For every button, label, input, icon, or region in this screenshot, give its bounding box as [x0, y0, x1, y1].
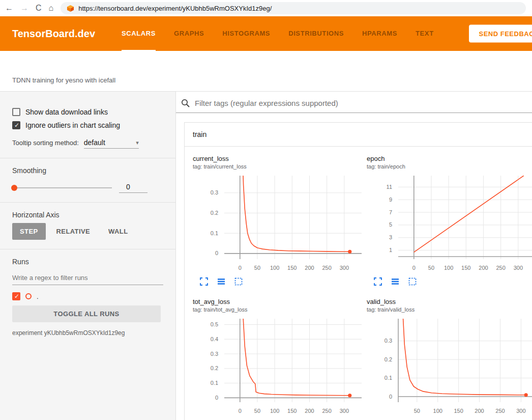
chart-actions: [193, 274, 361, 286]
toggle-all-runs-button[interactable]: TOGGLE ALL RUNS: [12, 305, 161, 322]
svg-text:50: 50: [414, 408, 420, 414]
tooltip-sorting-select[interactable]: default ▾: [84, 138, 139, 149]
svg-text:7: 7: [389, 209, 392, 215]
svg-text:0.3: 0.3: [211, 351, 218, 357]
nav-tabs: SCALARS GRAPHS HISTOGRAMS DISTRIBUTIONS …: [122, 16, 434, 51]
svg-text:100: 100: [433, 408, 442, 414]
scalars-main-panel: train current_loss tag: train/current_lo…: [176, 92, 532, 420]
series-list-icon[interactable]: [391, 277, 399, 286]
tag-filter-row: [176, 92, 532, 113]
horizontal-axis-section: Horizontal Axis STEP RELATIVE WALL: [0, 203, 175, 249]
expand-chart-icon[interactable]: [200, 277, 208, 286]
svg-text:0: 0: [239, 265, 242, 271]
runs-filter-input[interactable]: [12, 271, 163, 285]
smoothing-value[interactable]: 0: [119, 183, 147, 193]
chart-tag: tag: train/epoch: [367, 163, 532, 170]
brand-title: TensorBoard.dev: [12, 28, 95, 40]
chart-title: epoch: [367, 155, 532, 162]
svg-text:0: 0: [239, 408, 242, 414]
svg-text:250: 250: [322, 408, 331, 414]
svg-text:250: 250: [322, 265, 331, 271]
chart-title: valid_loss: [367, 298, 532, 305]
svg-text:0.2: 0.2: [211, 365, 218, 371]
address-bar[interactable]: https://tensorboard.dev/experiment/yKUbh…: [61, 2, 526, 14]
expand-chart-icon[interactable]: [374, 277, 382, 286]
svg-text:200: 200: [475, 408, 484, 414]
checkbox-unchecked-icon[interactable]: [12, 108, 20, 116]
tab-text[interactable]: TEXT: [416, 16, 434, 51]
svg-text:0: 0: [215, 395, 218, 401]
scalar-chart-card: tot_avg_loss tag: train/tot_avg_loss 00.…: [193, 298, 361, 420]
svg-text:300: 300: [514, 265, 523, 271]
tab-scalars[interactable]: SCALARS: [122, 16, 156, 51]
checkbox-checked-icon[interactable]: [12, 121, 20, 129]
tag-group-card: train current_loss tag: train/current_lo…: [184, 122, 532, 420]
ignore-outliers-checkbox-row[interactable]: Ignore outliers in chart scaling: [12, 121, 163, 129]
svg-text:0.1: 0.1: [211, 230, 218, 236]
axis-relative-button[interactable]: RELATIVE: [49, 223, 98, 240]
svg-text:250: 250: [496, 265, 505, 271]
svg-text:100: 100: [270, 408, 279, 414]
svg-text:0: 0: [389, 394, 392, 400]
svg-text:0: 0: [412, 265, 416, 271]
show-download-links-checkbox-row[interactable]: Show data download links: [12, 108, 163, 116]
axis-step-button[interactable]: STEP: [12, 223, 46, 240]
refresh-icon[interactable]: C: [36, 4, 42, 12]
tab-histograms[interactable]: HISTOGRAMS: [222, 16, 270, 51]
runs-section: Runs . TOGGLE ALL RUNS experiment yKUbhb…: [0, 249, 175, 346]
svg-text:0: 0: [215, 250, 218, 256]
svg-text:250: 250: [495, 408, 505, 414]
tag-filter-input[interactable]: [195, 99, 524, 107]
scalar-chart-card: current_loss tag: train/current_loss 00.…: [193, 155, 361, 286]
svg-text:300: 300: [340, 265, 349, 271]
svg-text:0.1: 0.1: [211, 380, 218, 386]
tab-hparams[interactable]: HPARAMS: [362, 16, 397, 51]
browser-toolbar: ← → C ⌂ https://tensorboard.dev/experime…: [0, 0, 532, 16]
horizontal-axis-label: Horizontal Axis: [12, 211, 163, 219]
smoothing-slider[interactable]: [12, 187, 112, 188]
chart-tag: tag: train/tot_avg_loss: [193, 306, 361, 313]
tab-distributions[interactable]: DISTRIBUTIONS: [288, 16, 344, 51]
svg-text:200: 200: [305, 265, 314, 271]
run-checkbox-icon[interactable]: [12, 292, 20, 300]
chart-actions: [367, 417, 532, 420]
svg-text:11: 11: [387, 184, 392, 190]
tab-graphs[interactable]: GRAPHS: [174, 16, 204, 51]
chart-title: current_loss: [193, 155, 361, 162]
svg-text:0.3: 0.3: [211, 189, 218, 195]
svg-text:150: 150: [454, 408, 463, 414]
experiment-header: TDNN training for yesno with icefall: [0, 51, 532, 92]
svg-text:50: 50: [254, 408, 260, 414]
settings-sidebar: Show data download links Ignore outliers…: [0, 92, 176, 420]
checkbox-label: Ignore outliers in chart scaling: [25, 121, 120, 129]
svg-text:3: 3: [389, 234, 392, 240]
fit-domain-icon[interactable]: [408, 277, 417, 286]
line-chart[interactable]: 1357911050100150200250300: [367, 173, 532, 274]
series-list-icon[interactable]: [217, 277, 225, 286]
axis-wall-button[interactable]: WALL: [101, 223, 135, 240]
charts-grid: current_loss tag: train/current_loss 00.…: [185, 147, 532, 420]
line-chart[interactable]: 00.10.20.3050100150200250300: [193, 173, 363, 274]
back-icon[interactable]: ←: [5, 4, 13, 12]
tag-group-title[interactable]: train: [185, 123, 532, 147]
url-text[interactable]: https://tensorboard.dev/experiment/yKUbh…: [78, 5, 272, 12]
line-chart[interactable]: 00.10.20.30.40.5050100150200250300: [193, 316, 363, 417]
forward-icon[interactable]: →: [20, 4, 28, 12]
svg-text:150: 150: [287, 265, 297, 271]
slider-thumb[interactable]: [11, 185, 17, 191]
run-list-item[interactable]: .: [12, 292, 163, 300]
fit-domain-icon[interactable]: [234, 277, 243, 286]
scalar-chart-card: epoch tag: train/epoch 13579110501001502…: [367, 155, 532, 286]
checkbox-label: Show data download links: [25, 108, 108, 116]
send-feedback-button[interactable]: SEND FEEDBACK: [469, 25, 532, 43]
search-icon: [181, 99, 190, 107]
svg-text:300: 300: [340, 408, 349, 414]
line-chart[interactable]: 00.10.20.350100150200250300: [367, 316, 532, 417]
tooltip-sorting-label: Tooltip sorting method:: [12, 139, 79, 147]
run-name: .: [37, 293, 39, 300]
chart-actions: [367, 274, 532, 286]
svg-text:0.4: 0.4: [211, 336, 218, 342]
home-icon[interactable]: ⌂: [49, 4, 54, 12]
svg-text:200: 200: [305, 408, 314, 414]
chart-actions: [193, 417, 361, 420]
